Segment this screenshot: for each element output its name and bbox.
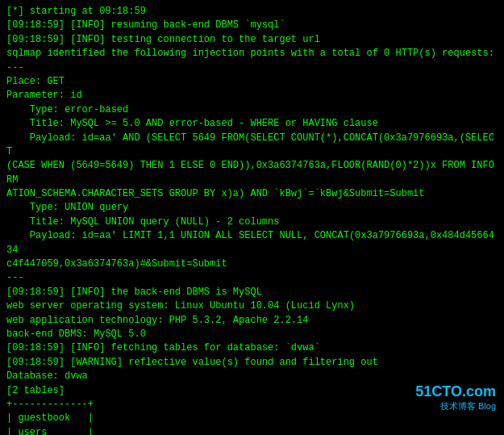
terminal-line: [*] starting at 09:18:59: [6, 5, 498, 19]
terminal-line: web server operating system: Linux Ubunt…: [6, 299, 498, 313]
terminal-window: [*] starting at 09:18:59[09:18:59] [INFO…: [0, 0, 504, 435]
terminal-line: web application technology: PHP 5.3.2, A…: [6, 314, 498, 328]
terminal-line: [09:18:59] [INFO] fetching tables for da…: [6, 341, 498, 355]
terminal-line: [09:18:59] [WARNING] reflective value(s)…: [6, 356, 498, 370]
terminal-line: Title: MySQL UNION query (NULL) - 2 colu…: [6, 215, 498, 229]
terminal-line: Type: error-based: [6, 103, 498, 117]
watermark: 51CTO.com 技术博客 Blog: [415, 383, 496, 412]
watermark-subtitle: 技术博客 Blog: [440, 400, 496, 412]
terminal-line: Title: MySQL >= 5.0 AND error-based - WH…: [6, 117, 498, 131]
terminal-line: [09:18:59] [INFO] resuming back-end DBMS…: [6, 19, 498, 32]
terminal-line: [09:18:59] [INFO] the back-end DBMS is M…: [6, 286, 498, 299]
terminal-line: ---: [6, 271, 498, 285]
terminal-line: Payload: id=aa' LIMIT 1,1 UNION ALL SELE…: [6, 229, 498, 257]
terminal-line: ---: [6, 61, 498, 75]
terminal-line: back-end DBMS: MySQL 5.0: [6, 328, 498, 341]
terminal-output: [*] starting at 09:18:59[09:18:59] [INFO…: [6, 5, 498, 435]
terminal-line: | users |: [6, 426, 498, 435]
terminal-line: Database: dvwa: [6, 370, 498, 383]
terminal-line: [09:18:59] [INFO] testing connection to …: [6, 33, 498, 47]
terminal-line: | guestbook |: [6, 412, 498, 425]
terminal-line: sqlmap identified the following injectio…: [6, 47, 498, 61]
terminal-line: Type: UNION query: [6, 201, 498, 215]
terminal-line: ATION_SCHEMA.CHARACTER_SETS GROUP BY x)a…: [6, 187, 498, 201]
terminal-line: Place: GET: [6, 75, 498, 89]
terminal-line: (CASE WHEN (5649=5649) THEN 1 ELSE 0 END…: [6, 159, 498, 187]
terminal-line: Parameter: id: [6, 89, 498, 102]
watermark-site: 51CTO.com: [415, 383, 496, 400]
terminal-line: Payload: id=aa' AND (SELECT 5649 FROM(SE…: [6, 132, 498, 160]
terminal-line: c4f447059,0x3a6374763a)#&Submit=Submit: [6, 257, 498, 271]
